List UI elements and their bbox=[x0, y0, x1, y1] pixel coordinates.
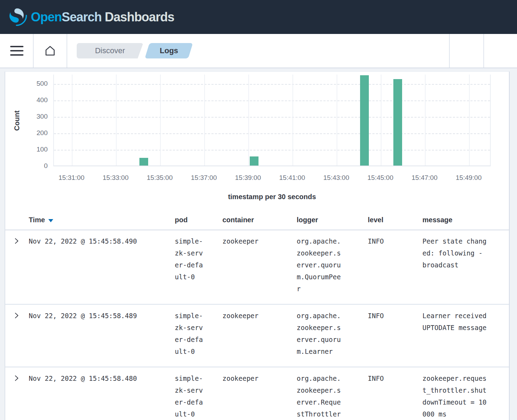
gridline-vertical bbox=[469, 75, 470, 166]
log-table-row: Nov 22, 2022 @ 15:45:58.490 simple-zk-se… bbox=[5, 230, 509, 305]
gridline-vertical bbox=[204, 75, 205, 166]
navbar: Discover Logs a bbox=[0, 34, 517, 68]
breadcrumb-logs[interactable]: Logs bbox=[145, 43, 193, 58]
cell-level: INFO bbox=[368, 372, 422, 420]
y-tick-label: 400 bbox=[5, 96, 48, 104]
navbar-divider bbox=[483, 34, 484, 68]
gridline-vertical bbox=[116, 75, 117, 166]
cell-container: zookeeper bbox=[222, 310, 297, 357]
histogram-chart: Count timestamp per 30 seconds 010020030… bbox=[5, 72, 509, 205]
column-header-message[interactable]: message bbox=[422, 216, 509, 224]
cell-level: INFO bbox=[368, 235, 422, 295]
expand-cell bbox=[13, 372, 29, 420]
wordmark-search: Search bbox=[62, 10, 102, 24]
x-tick-label: 15:37:00 bbox=[179, 174, 228, 182]
chevron-right-icon bbox=[14, 312, 20, 319]
cell-level: INFO bbox=[368, 310, 422, 357]
x-tick-label: 15:49:00 bbox=[444, 174, 493, 182]
cell-container: zookeeper bbox=[222, 372, 297, 420]
wordmark-open: Open bbox=[31, 10, 62, 24]
brand-wordmark: OpenSearch Dashboards bbox=[31, 10, 174, 24]
histogram-plot-area[interactable] bbox=[53, 75, 491, 166]
breadcrumb-discover[interactable]: Discover bbox=[77, 43, 143, 58]
page-background: Count timestamp per 30 seconds 010020030… bbox=[0, 68, 517, 420]
y-tick-label: 300 bbox=[5, 113, 48, 120]
x-tick-label: 15:45:00 bbox=[356, 174, 405, 182]
app-header: OpenSearch Dashboards bbox=[0, 0, 517, 34]
histogram-bar[interactable] bbox=[360, 75, 369, 166]
gridline-vertical bbox=[337, 75, 337, 166]
menu-button[interactable] bbox=[10, 34, 24, 68]
x-tick-label: 15:31:00 bbox=[47, 174, 96, 182]
y-tick-label: 500 bbox=[5, 80, 48, 88]
home-icon bbox=[44, 45, 56, 57]
cell-time: Nov 22, 2022 @ 15:45:58.489 bbox=[29, 310, 175, 357]
gridline-vertical bbox=[292, 75, 293, 166]
x-tick-label: 15:47:00 bbox=[400, 174, 449, 182]
x-axis-title: timestamp per 30 seconds bbox=[53, 193, 491, 201]
x-tick-label: 15:35:00 bbox=[135, 174, 184, 182]
opensearch-logo: OpenSearch Dashboards bbox=[9, 8, 174, 26]
breadcrumb-label: Logs bbox=[160, 46, 178, 55]
expand-cell bbox=[13, 310, 29, 357]
cell-message: zookeeper.request_throttler.shutdownTime… bbox=[422, 372, 488, 420]
wordmark-dashboards: Dashboards bbox=[102, 10, 174, 24]
cell-message: Learner received UPTODATE message bbox=[422, 310, 488, 357]
hamburger-menu-icon bbox=[10, 50, 23, 51]
chevron-right-icon bbox=[14, 375, 20, 382]
navbar-divider bbox=[67, 34, 67, 68]
home-button[interactable] bbox=[43, 34, 57, 68]
log-table-row: Nov 22, 2022 @ 15:45:58.489 simple-zk-se… bbox=[5, 305, 509, 368]
gridline-vertical bbox=[381, 75, 381, 166]
gridline-vertical bbox=[160, 75, 161, 166]
expand-cell bbox=[13, 235, 29, 295]
column-header-time[interactable]: Time bbox=[29, 216, 175, 224]
expand-row-button[interactable] bbox=[13, 238, 20, 245]
histogram-bar[interactable] bbox=[139, 158, 148, 166]
navbar-divider bbox=[449, 34, 450, 68]
cell-time: Nov 22, 2022 @ 15:45:58.480 bbox=[29, 372, 175, 420]
column-header-logger[interactable]: logger bbox=[297, 216, 368, 224]
cell-pod: simple-zk-server-default-0 bbox=[175, 372, 205, 420]
gridline-vertical bbox=[425, 75, 426, 166]
cell-time: Nov 22, 2022 @ 15:45:58.490 bbox=[29, 235, 175, 295]
hamburger-menu-icon bbox=[10, 54, 23, 56]
x-tick-label: 15:39:00 bbox=[223, 174, 273, 182]
chevron-right-icon bbox=[14, 238, 20, 244]
histogram-bar[interactable] bbox=[393, 79, 402, 166]
cell-logger: org.apache.zookeeper.server.RequestThrot… bbox=[297, 372, 343, 420]
column-header-level[interactable]: level bbox=[368, 216, 422, 224]
expand-row-button[interactable] bbox=[13, 312, 20, 319]
y-tick-label: 0 bbox=[5, 162, 48, 170]
cell-pod: simple-zk-server-default-0 bbox=[175, 310, 205, 357]
y-tick-label: 200 bbox=[5, 129, 48, 137]
gridline-vertical bbox=[72, 75, 73, 166]
log-table-body: Nov 22, 2022 @ 15:45:58.490 simple-zk-se… bbox=[5, 230, 509, 420]
cell-logger: org.apache.zookeeper.server.quorum.Quoru… bbox=[297, 235, 343, 295]
histogram-bar[interactable] bbox=[250, 156, 258, 166]
hamburger-menu-icon bbox=[10, 46, 23, 47]
cell-logger: org.apache.zookeeper.server.quorum.Learn… bbox=[297, 310, 343, 357]
cell-container: zookeeper bbox=[222, 235, 297, 295]
navbar-divider bbox=[33, 34, 34, 68]
sort-desc-icon[interactable] bbox=[48, 219, 53, 222]
y-tick-label: 100 bbox=[5, 146, 48, 153]
x-tick-label: 15:41:00 bbox=[268, 174, 317, 182]
x-tick-label: 15:43:00 bbox=[312, 174, 361, 182]
log-table-row: Nov 22, 2022 @ 15:45:58.480 simple-zk-se… bbox=[5, 368, 509, 420]
opensearch-mark-icon bbox=[9, 8, 27, 26]
cell-message: Peer state changed: following - broadcas… bbox=[422, 235, 488, 295]
cell-pod: simple-zk-server-default-0 bbox=[175, 235, 205, 295]
breadcrumb-label: Discover bbox=[95, 46, 125, 55]
gridline-vertical bbox=[248, 75, 249, 166]
expand-row-button[interactable] bbox=[13, 375, 20, 382]
column-header-pod[interactable]: pod bbox=[175, 216, 222, 224]
x-tick-label: 15:33:00 bbox=[91, 174, 140, 182]
log-table-header: Time pod container logger level message bbox=[5, 210, 509, 230]
column-header-container[interactable]: container bbox=[222, 216, 297, 224]
discover-panel: Count timestamp per 30 seconds 010020030… bbox=[5, 71, 510, 420]
